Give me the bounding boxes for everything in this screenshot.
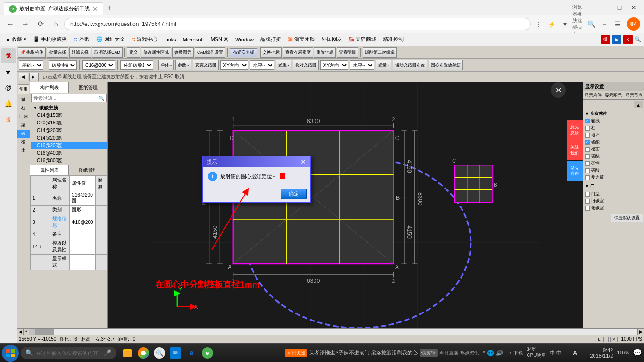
tree-item-7[interactable]: C16@800圆 <box>31 157 107 165</box>
btn-single[interactable]: 单体~ <box>158 60 174 70</box>
btn-redo[interactable]: ▶ <box>29 73 39 81</box>
btn-switch-axis[interactable]: 交换坐标 <box>260 47 282 58</box>
zoom-level[interactable]: 110% <box>617 350 629 355</box>
tray-download[interactable]: ↓ <box>505 350 507 355</box>
taskbar-app-mail[interactable]: ✉ <box>168 346 183 361</box>
start-button[interactable] <box>2 345 19 362</box>
bookmark-ext2[interactable]: ✕ <box>623 35 633 44</box>
bookmark-foreign[interactable]: 外国网友 <box>319 35 345 44</box>
close-button[interactable]: ✕ <box>627 2 640 13</box>
select-xy2[interactable]: XY方向 <box>320 60 348 70</box>
status-btn-x[interactable]: ✕ <box>610 337 618 342</box>
check-axis[interactable]: ✓轴线 <box>584 117 643 124</box>
share-icon[interactable]: ⋮ <box>533 18 544 30</box>
tab-prop-drawing[interactable]: 图纸管理 <box>69 165 107 175</box>
minimize-button[interactable]: — <box>599 2 612 13</box>
select-division[interactable]: 分组碳酸1 <box>120 60 153 70</box>
tree-item-6[interactable]: C16@400圆 <box>31 149 107 157</box>
select-horiz[interactable]: 水平~ <box>250 60 274 70</box>
btn-param-fig[interactable]: 参数图元 <box>172 47 194 58</box>
check-door3[interactable]: 老碳室 <box>584 205 643 212</box>
btn-today-live[interactable]: 今日直播 <box>439 350 458 356</box>
tree-item-2[interactable]: C20@150圆 <box>31 119 107 127</box>
right-tab-element[interactable]: 显示图元 <box>603 91 624 99</box>
bookmark-urls[interactable]: 🌐 网址大全 <box>93 35 128 44</box>
weibo-icon[interactable]: 微 <box>601 35 610 44</box>
tree-search-input[interactable] <box>33 96 98 101</box>
bookmark-links[interactable]: Links <box>161 36 179 43</box>
select-horiz2[interactable]: 水平~ <box>350 60 374 70</box>
dropdown-icon[interactable]: ▾ <box>559 18 570 30</box>
btn-reset-axis[interactable]: 重置坐标 <box>314 47 336 58</box>
btn-range2[interactable]: 辅助义范围布置 <box>393 60 427 70</box>
dialog-close-button[interactable]: ✕ <box>300 158 306 165</box>
tab-prop-list[interactable]: 属性列表 <box>30 165 69 175</box>
select-base[interactable]: 基础~ <box>19 60 43 70</box>
scroll-left-btn[interactable]: ◀ <box>17 329 24 335</box>
tree-item-1[interactable]: C14@150圆 <box>31 112 107 119</box>
menu-icon[interactable]: ☰ <box>612 18 623 30</box>
check-door1[interactable]: 门型 <box>584 190 643 197</box>
btn-feedback[interactable]: 意见反馈 <box>567 120 583 140</box>
btn-hot-news[interactable]: 热点资讯 <box>460 350 479 356</box>
btn-mod-attr[interactable]: 修改属性区域 <box>141 47 171 58</box>
btn-qq[interactable]: Q Q咨询 <box>567 161 583 180</box>
select-rebar-spec[interactable]: C16@200圆 <box>82 60 115 70</box>
refresh-button[interactable]: ⟳ <box>34 17 47 31</box>
taskbar-app-settings[interactable]: e <box>200 346 215 361</box>
url-input[interactable] <box>64 18 531 30</box>
check-force[interactable]: 受力筋 <box>584 174 643 181</box>
news-tag-today[interactable]: 今日优选 <box>285 349 307 357</box>
btn-batch-select[interactable]: 批量选择 <box>47 47 68 58</box>
tab-drawing-mgmt[interactable]: 图纸管理 <box>69 82 107 93</box>
h-scroll-thumb[interactable] <box>35 329 54 335</box>
sidebar-weibo[interactable]: 微 <box>1 48 16 63</box>
tree-item-4[interactable]: C14@200圆 <box>31 134 107 142</box>
tab-component-list[interactable]: 构件列表 <box>30 82 69 93</box>
check-col[interactable]: 柱 <box>584 124 643 132</box>
btn-interval[interactable]: 校对义范围 <box>293 60 319 70</box>
refresh-addr-icon[interactable]: ← <box>599 18 610 30</box>
btn-view-calc[interactable]: 查看明细 <box>337 47 358 58</box>
btn-undo[interactable]: ◀ <box>19 73 28 81</box>
check-rebar2[interactable]: 碳酸 <box>584 153 643 160</box>
right-tab-node[interactable]: 显示节点 <box>624 91 644 99</box>
new-tab-button[interactable]: + <box>103 1 116 15</box>
bookmark-item[interactable]: ★ 收藏 ▾ <box>3 35 29 44</box>
btn-cad-settings[interactable]: CAD操作设置 <box>195 47 225 58</box>
taskbar-search-input[interactable] <box>36 350 101 356</box>
bookmark-google[interactable]: G 谷歌 <box>71 35 92 44</box>
bookmark-brand[interactable]: 品牌打折 <box>257 35 284 44</box>
tray-up[interactable]: ↑ <box>509 350 512 355</box>
nav-common-types[interactable]: 常用 <box>18 84 29 94</box>
nav-door[interactable]: 门洞 <box>17 113 30 121</box>
lightning-icon[interactable]: ⚡ <box>546 18 557 30</box>
check-door2[interactable]: 旧碳室 <box>584 197 643 205</box>
prop-val-note[interactable] <box>69 230 95 239</box>
bookmark-ext1[interactable]: ▶ <box>612 35 621 44</box>
action-center-icon[interactable]: 💬 <box>633 348 642 357</box>
bookmark-mobile[interactable]: 📱 手机收藏夹 <box>30 35 70 44</box>
taskbar-search-bar[interactable]: 🔍 🎤 <box>21 347 116 359</box>
taskbar-app-browser[interactable] <box>136 346 151 361</box>
btn-quick-clip[interactable]: 快剪辑 <box>420 349 438 357</box>
search-bookmarks-icon[interactable]: 🔍 <box>635 36 641 42</box>
nav-column[interactable]: 柱 <box>17 104 30 112</box>
sidebar-star[interactable]: ★ <box>1 64 16 79</box>
search-icon[interactable]: 🔍 <box>586 18 597 30</box>
bookmark-taobao[interactable]: 淘 淘宝团购 <box>285 35 318 44</box>
nav-stair[interactable]: 楼 <box>17 138 30 146</box>
check-gravel[interactable]: 砾性 <box>584 160 643 167</box>
notification-badge[interactable]: 84 <box>627 17 640 31</box>
btn-filter-select[interactable]: 过滤选择 <box>69 47 91 58</box>
nav-earthwork[interactable]: 土 <box>17 147 30 155</box>
btn-define[interactable]: 定义 <box>127 47 140 58</box>
btn-wide[interactable]: 宽宽义范围 <box>193 60 219 70</box>
scroll-up-btn[interactable]: ▲ <box>634 101 643 108</box>
dialog-ok-button[interactable]: 确定 <box>281 189 307 199</box>
tray-network[interactable]: 🌐 <box>487 350 494 356</box>
clock[interactable]: 9:42 2018/11/2 <box>590 347 613 359</box>
bookmark-window[interactable]: Window <box>232 36 256 43</box>
bookmark-games[interactable]: G 游戏中心 <box>129 35 161 44</box>
check-floor[interactable]: 地坪 <box>584 132 643 139</box>
